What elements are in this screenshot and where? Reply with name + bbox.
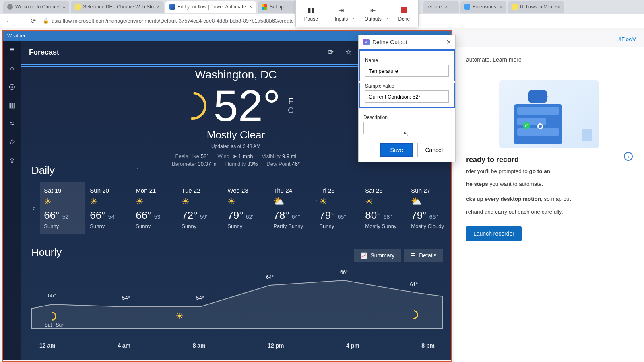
temperature: 52° [214,84,281,128]
refresh-icon[interactable]: ⟳ [324,45,338,60]
chevron-left-icon[interactable]: ‹ [31,203,36,214]
star-icon[interactable]: ☆ [341,45,356,60]
radar-icon[interactable]: ◎ [8,82,17,91]
launch-recorder-button[interactable]: Launch recorder [466,226,522,241]
x-tick: 4 pm [346,342,359,349]
label: Done [398,16,410,22]
flow-name: UIFlowV [616,36,636,42]
top-bar: UIFlowV [454,31,644,47]
list-icon: ☰ [411,252,416,259]
unit-toggle[interactable]: FC [288,97,293,115]
inputs-button[interactable]: ⇥Inputsˇ [334,6,348,22]
close-icon[interactable]: × [249,4,252,10]
tab-label: require [427,4,442,10]
page-title: Forecast [29,48,59,57]
point-label: 54° [196,295,204,301]
x-tick: 8 am [193,342,206,349]
name-input[interactable] [365,65,449,77]
unit-c[interactable]: C [288,106,293,115]
chart-icon[interactable]: ≈ [8,119,17,128]
tab-require[interactable]: require× [423,1,459,13]
pause-icon: ▮▮ [308,6,315,14]
tab-label: Selenium IDE - Chrome Web Sto [83,4,154,10]
day-tile[interactable]: Sat 26☀80°68°Mostly Sunny [361,182,406,234]
name-label: Name [365,58,449,63]
pause-button[interactable]: ▮▮Pause [304,6,318,22]
cancel-button[interactable]: Cancel [417,143,450,157]
recorder-toolbar: ▮▮Pause ⇥Inputsˇ ⇤Outputsˇ Done [295,0,419,27]
moon-icon [172,86,212,126]
home-icon[interactable]: ⌂ [8,64,17,72]
grid-icon[interactable]: ▦ [8,101,17,109]
sidebar: ≡ ⌂ ◎ ▦ ≈ ✩ ☺ [3,41,21,360]
tab-setup[interactable]: Set up [258,1,298,13]
favorite-icon[interactable]: ✩ [8,138,17,146]
tab-label: Set up [270,4,284,10]
daily-section: Daily ‹ Sat 19☀66°52°SunnySun 20☀66°54°S… [31,164,443,234]
info-icon[interactable]: i [624,152,633,161]
hourly-title: Hourly [31,246,351,259]
tab-uiflows[interactable]: UI flows in Microso [508,1,565,13]
point-label: 55° [48,292,56,298]
day-tile[interactable]: Wed 23☀79°62°Sunny [223,182,268,234]
tab-label: UI flows in Microso [520,4,561,10]
outputs-button[interactable]: ⇤Outputsˇ [365,6,382,22]
close-icon[interactable]: × [445,4,448,10]
tab-extensions[interactable]: Extensions× [460,1,506,13]
tab-powerautomate[interactable]: Edit your flow | Power Automate× [165,1,256,13]
day-tile[interactable]: Sat 19☀66°52°Sunny [40,182,85,234]
sample-input[interactable] [365,90,449,103]
url-text: asia.flow.microsoft.com/manage/environme… [52,18,294,24]
tab-selenium[interactable]: Selenium IDE - Chrome Web Sto× [71,1,164,13]
day-tile[interactable]: Tue 22☀72°59°Sunny [178,182,223,234]
illustration: ✓ [499,80,599,148]
ready-text: cks up every desktop motion, so map out [466,195,632,203]
hourly-section: Hourly 📈Summary ☰Details 55° 54° 54° 64°… [31,246,443,349]
feedback-icon[interactable]: ☺ [8,156,17,165]
sample-label: Sample value [365,83,449,89]
forward-button[interactable]: → [16,16,26,26]
menu-icon[interactable]: ≡ [8,45,17,54]
done-button[interactable]: Done [398,6,410,22]
close-icon[interactable]: × [500,4,502,10]
tab-label: Welcome to Chrome [15,4,59,10]
unit-f[interactable]: F [288,97,293,106]
x-tick: 4 am [118,342,130,349]
reload-button[interactable]: ⟳ [28,16,38,26]
hourly-chart: 55° 54° 54° 64° 66° 61° ☀ Sat | Sun 12 a… [31,268,443,349]
point-label: 64° [266,274,274,280]
dialog-title: Define Output [372,39,446,45]
x-tick: 8 pm [421,342,435,349]
point-label: 66° [340,269,348,275]
day-tile[interactable]: Fri 25☀79°65°Sunny [315,182,360,234]
description-input[interactable] [363,122,450,134]
chevron-down-icon: ˇ [386,18,388,22]
daily-title: Daily [31,164,443,177]
save-button[interactable]: Save [380,143,413,157]
ready-text: he steps you want to automate. [466,180,632,188]
sun-icon: ☀ [175,311,184,321]
tab-welcome[interactable]: Welcome to Chrome× [3,1,69,13]
back-button[interactable]: ← [4,16,14,26]
inputs-icon: ⇥ [339,6,344,14]
ready-text: rder you'll be prompted to go to an [466,167,632,175]
dialog-header: A Define Output ✕ [359,35,455,49]
output-icon: A [363,39,370,45]
address-bar[interactable]: 🔒asia.flow.microsoft.com/manage/environm… [43,18,294,24]
close-icon[interactable]: × [62,4,65,10]
day-tile[interactable]: Sun 20☀66°54°Sunny [86,182,131,234]
tab-label: Extensions [473,4,496,10]
label: Inputs [334,16,348,22]
description-label: Description [363,115,450,120]
details-button[interactable]: ☰Details [404,249,443,262]
day-tile[interactable]: Mon 21☀66°53°Sunny [132,182,177,234]
day-tile[interactable]: Thu 24⛅78°64°Partly Sunny [269,182,314,234]
close-icon[interactable]: ✕ [446,38,451,46]
chevron-down-icon: ˇ [353,18,354,22]
summary-button[interactable]: 📈Summary [354,249,401,262]
x-tick: 12 pm [268,342,284,349]
stop-icon [401,6,407,14]
close-icon[interactable]: × [157,4,160,10]
tab-label: Edit your flow | Power Automate [178,4,246,10]
day-tile[interactable]: Sun 27⛅79°66°Mostly Cloudy [407,182,451,234]
